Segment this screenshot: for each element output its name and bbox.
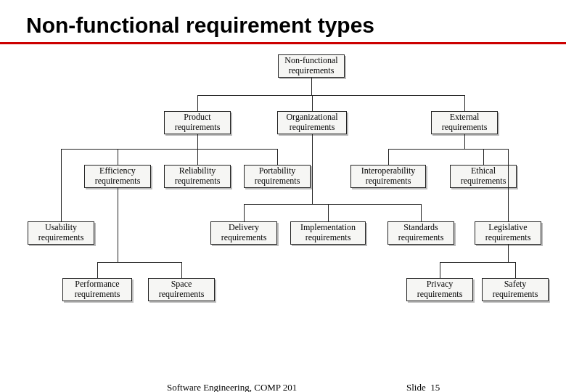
footer-slide-number: Slide 15: [406, 382, 440, 392]
box-ethical: Ethicalrequirements: [450, 165, 517, 188]
box-interoperability: Interoperabilityrequirements: [350, 165, 426, 188]
box-reliability: Reliabilityrequirements: [164, 165, 231, 188]
box-privacy: Privacyrequirements: [406, 278, 473, 301]
box-product: Productrequirements: [164, 111, 231, 134]
box-portability: Portabilityrequirements: [244, 165, 311, 188]
box-organizational: Organizationalrequirements: [277, 111, 347, 134]
box-delivery: Deliveryrequirements: [210, 221, 277, 245]
box-external: Externalrequirements: [431, 111, 498, 134]
box-safety: Safetyrequirements: [482, 278, 549, 301]
footer-slide-label: Slide: [406, 382, 426, 392]
box-root: Non-functionalrequirements: [278, 54, 345, 78]
box-standards: Standardsrequirements: [387, 221, 454, 245]
hierarchy-diagram: Non-functionalrequirements Productrequir…: [0, 44, 566, 349]
box-legislative: Legislativerequirements: [475, 221, 541, 245]
box-space: Spacerequirements: [148, 278, 215, 301]
box-performance: Performancerequirements: [62, 278, 132, 301]
slide-title: Non-functional requirement types: [0, 0, 566, 41]
footer-course: Software Engineering, COMP 201: [167, 382, 297, 392]
box-usability: Usabilityrequirements: [28, 221, 94, 245]
box-efficiency: Efficiencyrequirements: [84, 165, 151, 188]
box-implementation: Implementationrequirements: [290, 221, 366, 245]
footer-slide-num: 15: [430, 382, 440, 392]
